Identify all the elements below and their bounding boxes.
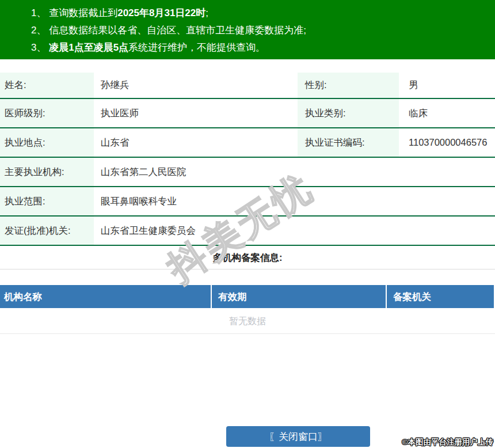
notice-line-1-post: ; [205, 7, 208, 18]
license-number-label: 执业证书编码: [298, 128, 399, 157]
name-label: 姓名: [0, 73, 94, 98]
table-row: 执业范围: 眼耳鼻咽喉科专业 [0, 187, 495, 217]
issuing-authority-label: 发证(批准)机关: [0, 217, 94, 245]
notice-line-1-pre: 1、 查询数据截止到 [31, 7, 117, 18]
notice-banner: 1、 查询数据截止到2025年8月31日22时; 2、 信息数据结果以各省、自治… [0, 0, 495, 59]
main-institution-label: 主要执业机构: [0, 158, 94, 186]
notice-line-3-pre: 3、 [31, 42, 49, 53]
doctor-level-value: 执业医师 [94, 99, 298, 127]
gender-label: 性别: [298, 73, 399, 98]
doctor-info-table: 姓名: 孙继兵 性别: 男 医师级别: 执业医师 执业类别: 临床 执业地点: … [0, 73, 495, 246]
practice-category-label: 执业类别: [298, 99, 399, 127]
license-query-result-page: 1、 查询数据截止到2025年8月31日22时; 2、 信息数据结果以各省、自治… [0, 0, 495, 448]
practice-location-value: 山东省 [94, 128, 298, 157]
table-row: 执业地点: 山东省 执业证书编码: 110370000046576 [0, 128, 495, 158]
column-header-validity-period: 有效期 [212, 285, 387, 308]
close-window-button[interactable]: 〖关闭窗口〗 [226, 426, 370, 447]
name-value: 孙继兵 [94, 73, 298, 98]
notice-line-3-bold: 凌晨1点至凌晨5点 [49, 42, 128, 53]
main-institution-value: 山东省第二人民医院 [94, 158, 495, 186]
practice-location-label: 执业地点: [0, 128, 94, 157]
practice-category-value: 临床 [399, 99, 495, 127]
doctor-level-label: 医师级别: [0, 99, 94, 127]
notice-line-1: 1、 查询数据截止到2025年8月31日22时; [31, 5, 495, 22]
column-header-filing-authority: 备案机关 [387, 285, 494, 308]
table-row: 姓名: 孙继兵 性别: 男 [0, 73, 495, 99]
table-row: 发证(批准)机关: 山东省卫生健康委员会 [0, 217, 495, 246]
practice-scope-value: 眼耳鼻咽喉科专业 [94, 187, 495, 215]
empty-data-placeholder: 暂无数据 [0, 308, 495, 334]
copyright-stamp: ©本图由平台注册用户上传 [402, 437, 493, 447]
notice-line-1-bold: 2025年8月31日22时 [117, 7, 205, 18]
table-row: 主要执业机构: 山东省第二人民医院 [0, 158, 495, 187]
notice-line-3: 3、 凌晨1点至凌晨5点系统进行维护，不能提供查询。 [31, 39, 495, 56]
column-header-institution-name: 机构名称 [0, 285, 212, 308]
table-row: 医师级别: 执业医师 执业类别: 临床 [0, 99, 495, 128]
practice-scope-label: 执业范围: [0, 187, 94, 215]
filing-table-header: 机构名称 有效期 备案机关 [0, 285, 495, 308]
license-number-value: 110370000046576 [399, 128, 495, 157]
notice-line-3-post: 系统进行维护，不能提供查询。 [128, 42, 265, 53]
gender-value: 男 [399, 73, 495, 98]
multi-institution-section-title: 多机构备案信息: [0, 246, 495, 269]
notice-line-2-pre: 2、 信息数据结果以各省、自治区、直辖市卫生健康委数据为准; [31, 25, 306, 36]
notice-line-2: 2、 信息数据结果以各省、自治区、直辖市卫生健康委数据为准; [31, 22, 495, 39]
issuing-authority-value: 山东省卫生健康委员会 [94, 217, 495, 245]
